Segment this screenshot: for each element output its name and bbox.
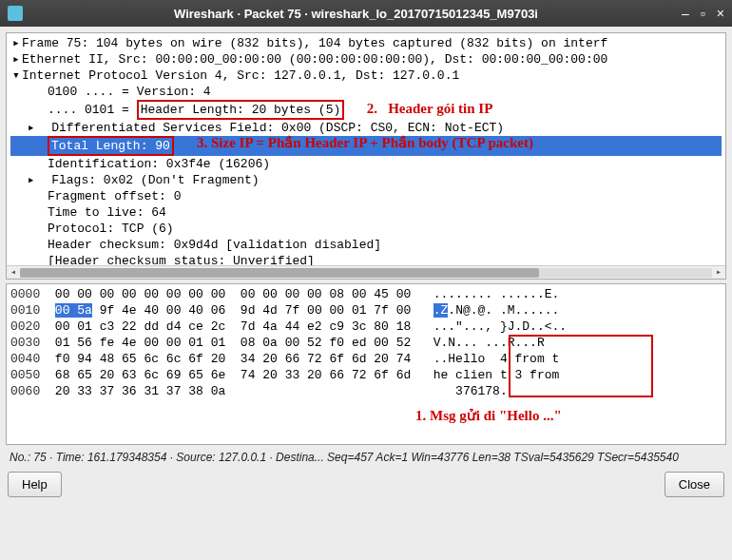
packet-bytes-pane[interactable]: 0000 00 00 00 00 00 00 00 00 00 00 00 00…	[6, 283, 726, 445]
tree-ip-checksum[interactable]: Header checksum: 0x9d4d [validation disa…	[10, 237, 722, 253]
tree-ip-identification[interactable]: Identification: 0x3f4e (16206)	[10, 156, 722, 172]
hex-row[interactable]: 0010 00 5a 9f 4e 40 00 40 06 9d 4d 7f 00…	[10, 302, 722, 319]
expand-icon[interactable]: ▸	[10, 35, 22, 51]
hex-row[interactable]: 0050 68 65 20 63 6c 69 65 6e 74 20 33 20…	[10, 367, 722, 383]
minimize-button[interactable]: –	[682, 6, 689, 21]
collapse-icon[interactable]: ▾	[10, 68, 22, 84]
scroll-right-icon[interactable]: ▸	[712, 264, 725, 280]
maximize-button[interactable]: ▫	[701, 6, 705, 21]
tree-ip-ttl[interactable]: Time to live: 64	[10, 204, 722, 221]
annotation-1: 1. Msg gửi đi "Hello ..."	[415, 408, 562, 424]
content-area: ▸Frame 75: 104 bytes on wire (832 bits),…	[0, 27, 732, 560]
expand-icon[interactable]: ▸	[26, 120, 37, 136]
app-icon	[8, 6, 23, 21]
expand-icon[interactable]: ▸	[26, 172, 37, 188]
header-length-box: Header Length: 20 bytes (5)	[137, 100, 345, 120]
hex-row[interactable]: 0040 f0 94 48 65 6c 6c 6f 20 34 20 66 72…	[10, 351, 722, 367]
window-titlebar: Wireshark · Packet 75 · wireshark_lo_201…	[0, 0, 732, 27]
close-window-button[interactable]: ×	[717, 6, 724, 21]
tree-ip-version[interactable]: 0100 .... = Version: 4	[10, 84, 722, 100]
hex-row[interactable]: 0030 01 56 fe 4e 00 00 01 01 08 0a 00 52…	[10, 335, 722, 351]
hex-row[interactable]: 0020 00 01 c3 22 dd d4 ce 2c 7d 4a 44 e2…	[10, 319, 722, 335]
hex-row[interactable]: 0000 00 00 00 00 00 00 00 00 00 00 00 00…	[10, 286, 722, 302]
detail-scrollbar[interactable]: ◂ ▸	[7, 265, 725, 279]
tree-ip-proto[interactable]: Protocol: TCP (6)	[10, 221, 722, 237]
window-title: Wireshark · Packet 75 · wireshark_lo_201…	[30, 7, 682, 21]
dialog-button-bar: Help Close	[6, 470, 726, 499]
tree-ip-header-length[interactable]: .... 0101 = Header Length: 20 bytes (5) …	[10, 100, 722, 120]
hex-selected-bytes: 00 5a	[55, 303, 92, 318]
tree-ip-total-length[interactable]: Total Length: 90	[10, 136, 722, 156]
close-button[interactable]: Close	[665, 472, 724, 497]
tree-ip-fragoffset[interactable]: Fragment offset: 0	[10, 188, 722, 204]
help-button[interactable]: Help	[8, 472, 62, 497]
tree-ip-flags[interactable]: ▸ Flags: 0x02 (Don't Fragment)	[10, 172, 722, 188]
expand-icon[interactable]: ▸	[10, 51, 22, 68]
status-bar: No.: 75 · Time: 161.179348354 · Source: …	[6, 445, 726, 470]
tree-ip-dsf[interactable]: ▸ Differentiated Services Field: 0x00 (D…	[10, 120, 722, 136]
packet-details-tree[interactable]: ▸Frame 75: 104 bytes on wire (832 bits),…	[6, 32, 726, 280]
tree-ethernet-row[interactable]: ▸Ethernet II, Src: 00:00:00_00:00:00 (00…	[10, 51, 722, 68]
scroll-left-icon[interactable]: ◂	[7, 264, 20, 280]
annotation-2: 2. Header gói tin IP	[367, 101, 493, 116]
tree-ip-row[interactable]: ▾Internet Protocol Version 4, Src: 127.0…	[10, 68, 722, 84]
hex-row[interactable]: 0060 20 33 37 36 31 37 38 0a 376178.	[10, 383, 722, 399]
total-length-box: Total Length: 90	[48, 136, 174, 156]
tree-frame-row[interactable]: ▸Frame 75: 104 bytes on wire (832 bits),…	[10, 35, 722, 51]
